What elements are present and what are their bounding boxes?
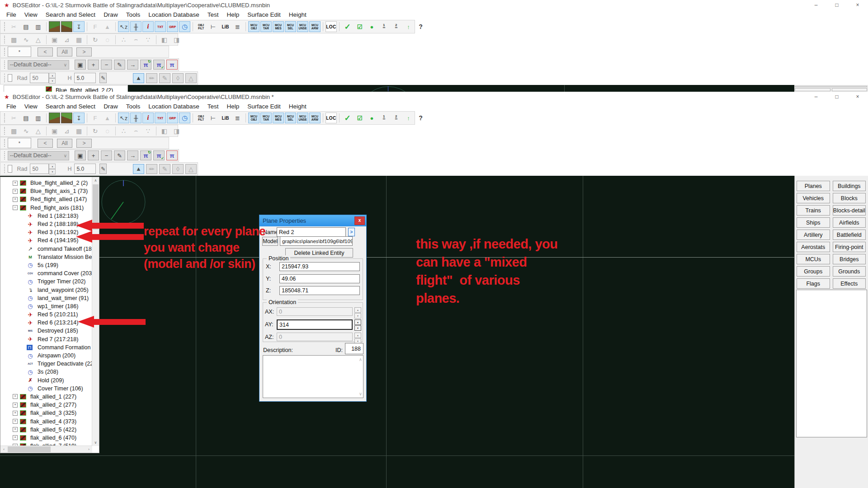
- terrain-objects-icon[interactable]: [61, 21, 72, 32]
- mcu-arw-button[interactable]: MCU ARW: [309, 21, 321, 32]
- id-input[interactable]: 188: [345, 343, 363, 354]
- tree-item-command-cover-203[interactable]: COVcommand Cover (203: [0, 269, 92, 277]
- terrain-texture-icon[interactable]: [49, 113, 60, 123]
- doc-right-icon[interactable]: ◨: [171, 34, 182, 45]
- rad-stepper[interactable]: ▲▼: [49, 164, 56, 174]
- help-icon[interactable]: ?: [415, 21, 426, 32]
- arrow-up-icon[interactable]: ↑: [403, 113, 414, 123]
- doc-left-icon[interactable]: ◧: [159, 126, 170, 136]
- copy-icon[interactable]: ▤: [20, 21, 32, 32]
- filter-pattern-input[interactable]: [8, 47, 31, 57]
- expand-icon[interactable]: +: [13, 197, 18, 202]
- scroll-left-icon[interactable]: ‹: [0, 446, 7, 453]
- select-mode-icon[interactable]: ↖z: [118, 113, 129, 123]
- tree-item-flak-allied-3-325[interactable]: +flak_allied_3 (325): [0, 409, 92, 417]
- record-dot-icon[interactable]: ●: [366, 21, 377, 32]
- marquee-icon[interactable]: ◌: [102, 126, 113, 136]
- tree-item-red-flight-allied-147[interactable]: +Red_flight_allied (147): [0, 195, 92, 203]
- x-input[interactable]: 215947.93: [279, 262, 360, 271]
- help-icon[interactable]: ?: [415, 113, 426, 123]
- node-add-icon[interactable]: ∴: [118, 126, 129, 136]
- menu-location-database[interactable]: Location Database: [144, 103, 203, 110]
- rad-input[interactable]: [30, 164, 49, 174]
- mcu-mes-button[interactable]: MCU MES: [273, 21, 284, 32]
- tree-item-3s-208[interactable]: ◷3s (208): [0, 368, 92, 376]
- description-textarea[interactable]: ∧ ∨: [263, 355, 363, 398]
- tree-item-airspawn-200[interactable]: ◷Airspawn (200): [0, 352, 92, 360]
- font-icon[interactable]: F: [90, 21, 101, 32]
- tree-item-flak-allied-6-470[interactable]: +flak_allied_6 (470): [0, 434, 92, 442]
- tree-horizontal-scrollbar[interactable]: ‹ ›: [0, 446, 92, 453]
- lower-terrain-icon[interactable]: ✎: [159, 73, 170, 83]
- panel-button-flags[interactable]: Flags: [797, 278, 830, 289]
- height-stamp-icon[interactable]: ▲: [102, 113, 113, 123]
- pi-reload-icon[interactable]: π: [140, 150, 151, 160]
- panel-button-groups[interactable]: Groups: [797, 266, 830, 277]
- layer-2-icon[interactable]: 2 ┅: [391, 113, 402, 123]
- tree-item-command-formation[interactable]: ⊓Command Formation: [0, 343, 92, 352]
- menu-search-and-select[interactable]: Search and Select: [42, 11, 99, 18]
- pi-reload-icon[interactable]: π: [140, 60, 151, 70]
- node-add-icon[interactable]: ∴: [118, 34, 129, 45]
- panel-button-blocks[interactable]: Blocks: [833, 193, 866, 203]
- image-2-icon[interactable]: ⊿: [61, 34, 72, 45]
- time-icon[interactable]: ◷: [179, 113, 190, 123]
- tree-item-flak-allied-2-277[interactable]: +flak_allied_2 (277): [0, 401, 92, 409]
- menu-surface-edit[interactable]: Surface Edit: [243, 103, 285, 110]
- decal-picker-icon[interactable]: ✎: [114, 60, 125, 70]
- delete-linked-entity-button[interactable]: Delete Linked Entity: [285, 248, 353, 258]
- menu-draw[interactable]: Draw: [99, 103, 122, 110]
- h-input[interactable]: [74, 73, 96, 83]
- obj-filter-button[interactable]: OBJ FiLT: [195, 113, 207, 123]
- pi-check-icon[interactable]: π: [153, 60, 165, 70]
- expand-icon[interactable]: +: [13, 435, 18, 440]
- tree-item-red-1-182-183[interactable]: ✈Red 1 (182:183): [0, 212, 92, 220]
- scroll-right-icon[interactable]: ›: [85, 446, 92, 453]
- paste-icon[interactable]: ▥: [33, 21, 44, 32]
- rotate-icon[interactable]: ↻: [90, 34, 101, 45]
- ay-stepper[interactable]: ▲▼: [354, 319, 361, 331]
- maximize-button[interactable]: □: [834, 2, 840, 8]
- name-input[interactable]: Red 2: [277, 227, 346, 237]
- panel-button-vehicles[interactable]: Vehicles: [797, 193, 830, 203]
- paste-icon[interactable]: ▥: [33, 113, 44, 123]
- expand-icon[interactable]: +: [13, 189, 18, 194]
- tree-item-translator-mission-beg[interactable]: MTranslator Mission Beg: [0, 253, 92, 261]
- group-labels-icon[interactable]: GRP: [167, 113, 178, 123]
- library-button[interactable]: LiB: [220, 21, 231, 32]
- hierarchy-icon[interactable]: ⊢: [208, 113, 219, 123]
- height-stamp-icon[interactable]: ▲: [102, 21, 113, 32]
- doc-right-icon[interactable]: ◨: [171, 126, 182, 136]
- layer-2-icon[interactable]: 2 ┅: [391, 21, 402, 32]
- image-2-icon[interactable]: ⊿: [61, 126, 72, 136]
- rad-input[interactable]: [30, 73, 49, 83]
- pi-check-icon[interactable]: π: [153, 150, 165, 160]
- cut-icon[interactable]: ✂: [8, 113, 19, 123]
- collapse-icon[interactable]: −: [13, 205, 18, 210]
- panel-button-mcus[interactable]: MCUs: [797, 254, 830, 264]
- loc-button[interactable]: LOC: [326, 113, 337, 123]
- color-swatch[interactable]: [8, 165, 12, 173]
- panel-button-grounds[interactable]: Grounds: [833, 266, 866, 277]
- pi-frame-icon[interactable]: π: [166, 60, 178, 70]
- decal-apply-icon[interactable]: →: [127, 150, 138, 160]
- tree-item-hold-209[interactable]: ✗Hold (209): [0, 376, 92, 385]
- tree-item-blue-flight-axis-1-73[interactable]: +Blue_flight_axis_1 (73): [0, 187, 92, 195]
- mcu-arw-button[interactable]: MCU ARW: [309, 113, 321, 123]
- select-mode-icon[interactable]: ↖z: [118, 21, 129, 32]
- smooth-cone-icon[interactable]: △: [185, 73, 197, 83]
- minimize-button[interactable]: –: [813, 94, 819, 100]
- menu-surface-edit[interactable]: Surface Edit: [243, 11, 285, 18]
- menu-height[interactable]: Height: [285, 103, 311, 110]
- mcu-unse-button[interactable]: MCU UNSE: [297, 21, 308, 32]
- decal-image-icon[interactable]: ▣: [75, 60, 86, 70]
- model-input[interactable]: graphics\planes\bf109g6\bf109g6: [280, 236, 353, 246]
- mcu-unse-button[interactable]: MCU UNSE: [297, 113, 308, 123]
- font-icon[interactable]: F: [90, 113, 101, 123]
- layer-1-icon[interactable]: 1 ┅: [378, 113, 390, 123]
- tree-item-cover-timer-106[interactable]: ◷Cover Timer (106): [0, 385, 92, 393]
- panel-button-effects[interactable]: Effects: [833, 278, 866, 289]
- message-check-icon[interactable]: ☑: [354, 113, 365, 123]
- decal-dropdown[interactable]: --Default Decal-- ∨: [8, 60, 69, 70]
- menu-height[interactable]: Height: [285, 11, 311, 18]
